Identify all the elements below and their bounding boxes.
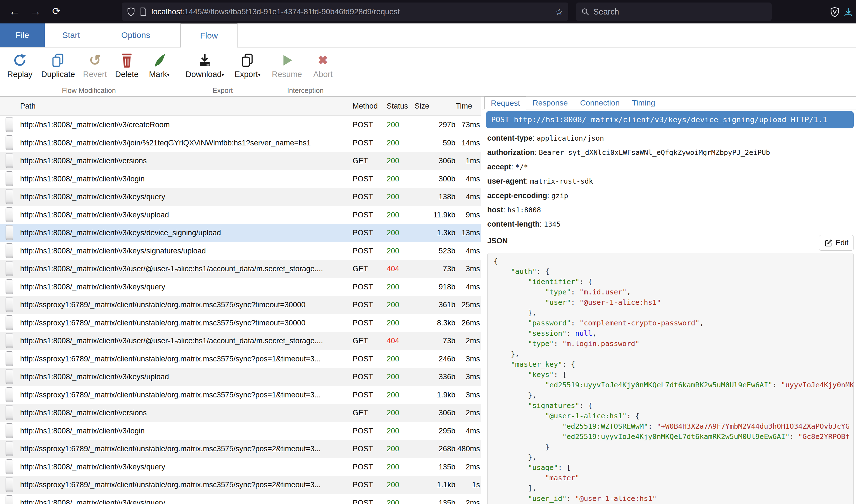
delete-button[interactable]: Delete: [115, 50, 139, 79]
menu-tab-flow[interactable]: Flow: [181, 23, 238, 48]
detail-tab-connection[interactable]: Connection: [574, 96, 626, 109]
flow-marker-button[interactable]: [5, 477, 13, 492]
flow-marker-button[interactable]: [5, 352, 13, 366]
detail-tab-response[interactable]: Response: [526, 96, 574, 109]
back-icon[interactable]: ←: [6, 0, 23, 23]
flow-marker-button[interactable]: [5, 460, 13, 474]
column-header-size[interactable]: Size: [415, 96, 429, 116]
flow-method: GET: [353, 152, 383, 170]
flow-row[interactable]: http://hs1:8008/_matrix/client/v3/keys/q…: [0, 188, 481, 206]
flow-path: http://hs1:8008/_matrix/client/v3/keys/q…: [20, 278, 350, 296]
flow-row[interactable]: http://ssproxy1:6789/_matrix/client/unst…: [0, 350, 481, 368]
flow-row[interactable]: http://hs1:8008/_matrix/client/v3/user/@…: [0, 260, 481, 278]
flow-row[interactable]: http://hs1:8008/_matrix/client/versionsG…: [0, 404, 481, 422]
flow-row[interactable]: http://hs1:8008/_matrix/client/v3/keys/q…: [0, 458, 481, 476]
detail-tab-timing[interactable]: Timing: [626, 96, 661, 109]
flow-marker-button[interactable]: [5, 405, 13, 420]
flow-size: 297b: [405, 116, 456, 134]
flow-marker-button[interactable]: [5, 333, 13, 348]
search-icon: [581, 7, 589, 16]
flow-marker-button[interactable]: [5, 117, 13, 132]
flow-marker-button[interactable]: [5, 369, 13, 384]
header-name: content-type: [487, 134, 532, 142]
column-header-time[interactable]: Time: [436, 96, 472, 116]
flow-row[interactable]: http://ssproxy1:6789/_matrix/client/unst…: [0, 296, 481, 314]
flow-row[interactable]: http://hs1:8008/_matrix/client/v3/keys/s…: [0, 242, 481, 260]
flow-marker-button[interactable]: [5, 208, 13, 222]
flow-row[interactable]: http://ssproxy1:6789/_matrix/client/unst…: [0, 440, 481, 458]
search-bar[interactable]: Search: [576, 2, 772, 21]
mark-button[interactable]: Mark▾: [149, 50, 170, 79]
toolbar-group-label: Flow Modification: [62, 87, 116, 95]
flow-path: http://hs1:8008/_matrix/client/v3/keys/d…: [20, 224, 350, 242]
menu-tab-file[interactable]: File: [0, 23, 45, 47]
request-header-row: authorization: Bearer syt_dXNlci0xLWFsaW…: [487, 145, 851, 160]
menu-tab-start[interactable]: Start: [62, 23, 80, 47]
flow-row[interactable]: http://hs1:8008/_matrix/client/v3/loginP…: [0, 170, 481, 188]
flow-marker-button[interactable]: [5, 316, 13, 330]
replay-button[interactable]: Replay: [7, 50, 32, 79]
main-area: Path Method Status Size Time http://hs1:…: [0, 96, 856, 504]
reload-icon[interactable]: ⟳: [48, 0, 65, 23]
flow-path: http://hs1:8008/_matrix/client/v3/login: [20, 170, 350, 188]
edit-button[interactable]: Edit: [819, 235, 854, 251]
flow-row[interactable]: http://hs1:8008/_matrix/client/v3/keys/q…: [0, 494, 481, 504]
flow-marker-button[interactable]: [5, 153, 13, 168]
flow-row[interactable]: http://ssproxy1:6789/_matrix/client/unst…: [0, 314, 481, 332]
request-header-row: accept: */*: [487, 160, 851, 174]
flow-marker-button[interactable]: [5, 388, 13, 402]
flow-marker-button[interactable]: [5, 136, 13, 150]
extension-shield-icon[interactable]: [830, 7, 840, 17]
duplicate-button[interactable]: Duplicate: [41, 50, 75, 79]
flow-marker-button[interactable]: [5, 496, 13, 504]
flow-row[interactable]: http://hs1:8008/_matrix/client/v3/keys/q…: [0, 278, 481, 296]
flow-row[interactable]: http://hs1:8008/_matrix/client/v3/keys/u…: [0, 368, 481, 386]
shield-icon[interactable]: [127, 7, 135, 16]
url-bar[interactable]: localhost:1445/#/flows/fba5f13d-91e1-437…: [122, 2, 568, 21]
json-line: ],: [494, 483, 848, 493]
flow-time: 13ms: [457, 224, 480, 242]
detail-tab-request[interactable]: Request: [484, 96, 526, 109]
resume-button[interactable]: Resume: [272, 50, 302, 79]
menu-tab-options[interactable]: Options: [121, 23, 150, 47]
flow-row[interactable]: http://hs1:8008/_matrix/client/versionsG…: [0, 152, 481, 170]
flow-marker-button[interactable]: [5, 280, 13, 294]
flow-time: 2ms: [457, 332, 480, 350]
flow-marker-button[interactable]: [5, 244, 13, 258]
flow-detail-panel: RequestResponseConnectionTiming POST htt…: [482, 96, 856, 504]
export-button[interactable]: Export▾: [235, 50, 261, 79]
column-header-path[interactable]: Path: [20, 96, 36, 116]
flow-method: POST: [353, 242, 383, 260]
flow-marker-button[interactable]: [5, 441, 13, 456]
download-button[interactable]: Download▾: [186, 50, 224, 79]
abort-button[interactable]: ✖Abort: [313, 50, 332, 79]
flow-row[interactable]: http://hs1:8008/_matrix/client/v3/user/@…: [0, 332, 481, 350]
flow-marker-button[interactable]: [5, 261, 13, 276]
flow-row[interactable]: http://ssproxy1:6789/_matrix/client/unst…: [0, 386, 481, 404]
flow-method: POST: [353, 422, 383, 440]
flow-row-selected[interactable]: http://hs1:8008/_matrix/client/v3/keys/d…: [0, 224, 481, 242]
flow-row[interactable]: http://hs1:8008/_matrix/client/v3/keys/u…: [0, 206, 481, 224]
flow-marker-button[interactable]: [5, 172, 13, 186]
flow-marker-button[interactable]: [5, 424, 13, 438]
header-colon: :: [535, 148, 539, 157]
flow-marker-button[interactable]: [5, 225, 13, 240]
bookmark-star-icon[interactable]: ☆: [555, 6, 563, 17]
flow-row[interactable]: http://hs1:8008/_matrix/client/v3/join/%…: [0, 134, 481, 152]
flow-row[interactable]: http://ssproxy1:6789/_matrix/client/unst…: [0, 476, 481, 494]
downloads-icon[interactable]: [843, 7, 853, 17]
json-body: { "auth": { "identifier": { "type": "m.i…: [487, 253, 854, 504]
flow-marker-button[interactable]: [5, 189, 13, 204]
page-info-icon[interactable]: [140, 7, 147, 16]
flow-marker-button[interactable]: [5, 297, 13, 312]
flow-row[interactable]: http://hs1:8008/_matrix/client/v3/loginP…: [0, 422, 481, 440]
flow-row[interactable]: http://hs1:8008/_matrix/client/v3/create…: [0, 116, 481, 134]
column-header-status[interactable]: Status: [387, 96, 408, 116]
revert-button[interactable]: ↺Revert: [83, 50, 107, 79]
json-line: },: [494, 308, 848, 318]
column-header-method[interactable]: Method: [353, 96, 378, 116]
forward-icon[interactable]: →: [27, 0, 44, 23]
duplicate-label: Duplicate: [41, 70, 75, 79]
json-line: "@user-1-alice:hs1": {: [494, 411, 848, 421]
json-line: {: [494, 256, 848, 266]
